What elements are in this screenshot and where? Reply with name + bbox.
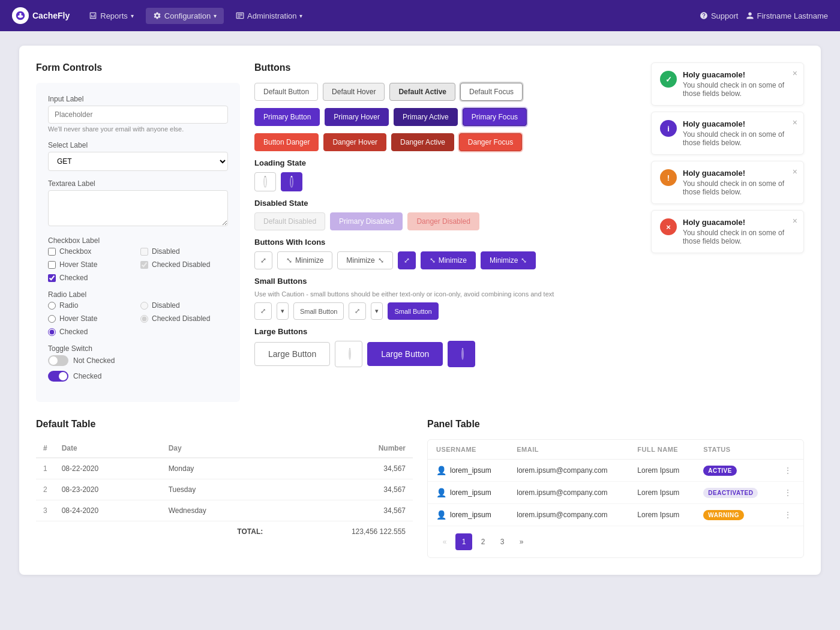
row2-date: 08-23-2020 <box>55 479 161 500</box>
config-label: Configuration <box>164 11 211 20</box>
btn-minimize-default-2[interactable]: Minimize ⤡ <box>337 251 392 269</box>
main-input[interactable] <box>48 106 228 124</box>
user-icon-1: 👤 <box>436 466 446 475</box>
btn-expand-default[interactable]: ⤢ <box>254 251 272 269</box>
radio-hover[interactable] <box>48 315 56 323</box>
panel-table-title: Panel Table <box>427 419 804 430</box>
radio-checked-disabled[interactable] <box>140 315 148 323</box>
btn-disabled-danger[interactable]: Danger Disabled <box>407 212 479 230</box>
minimize-icon-primary-2: ⤡ <box>521 256 527 265</box>
alert-danger-close[interactable]: × <box>793 217 797 225</box>
btn-sm-text[interactable]: Small Button <box>293 302 344 320</box>
btn-lg-loading-default[interactable] <box>335 341 362 367</box>
btn-primary-focus[interactable]: Primary Focus <box>463 108 527 126</box>
toggle-item-on: Checked <box>48 371 228 382</box>
panel-row2-user: 👤 lorem_ipsum <box>428 482 508 504</box>
row3-action-btn[interactable]: ⋮ <box>784 510 792 520</box>
sm-dropdown-icon-2: ▾ <box>375 307 379 315</box>
btn-default-hover[interactable]: Default Hover <box>323 83 385 101</box>
logo-text: CacheFly <box>32 11 70 20</box>
btn-expand-primary[interactable]: ⤢ <box>398 251 416 269</box>
btn-primary[interactable]: Primary Button <box>254 108 320 126</box>
panel-row1-status: ACTIVE <box>695 460 775 482</box>
toggle-group: Toggle Switch Not Checked Checked <box>48 344 228 382</box>
sm-dropdown-icon: ▾ <box>281 307 284 315</box>
checkbox-disabled[interactable] <box>140 248 148 256</box>
btn-danger-hover[interactable]: Danger Hover <box>323 133 386 151</box>
radio-disabled[interactable] <box>140 302 148 310</box>
nav-administration[interactable]: Administration ▾ <box>229 8 310 24</box>
input-label: Input Label <box>48 95 228 103</box>
panel-row1-user: 👤 lorem_ipsum <box>428 460 508 482</box>
toggle-section-label: Toggle Switch <box>48 344 228 353</box>
main-select[interactable]: GET POST PUT DELETE <box>48 152 228 171</box>
btn-default-focus[interactable]: Default Focus <box>460 83 523 101</box>
row2-action-btn[interactable]: ⋮ <box>784 488 792 497</box>
pagination: « 1 2 3 » <box>428 526 803 557</box>
btn-loading-default[interactable] <box>254 172 276 191</box>
btn-danger[interactable]: Button Danger <box>254 133 319 151</box>
alerts-list: ✓ Holy guacamole! You should check in on… <box>651 62 804 253</box>
pagination-page-1[interactable]: 1 <box>455 533 472 550</box>
row1-action-btn[interactable]: ⋮ <box>784 466 792 475</box>
buttons-title: Buttons <box>254 62 637 73</box>
checkbox-checked[interactable] <box>48 274 56 282</box>
btn-loading-primary[interactable] <box>281 172 302 191</box>
btn-danger-focus[interactable]: Danger Focus <box>459 133 522 151</box>
btn-lg-default[interactable]: Large Button <box>254 342 330 366</box>
checkbox-hover[interactable] <box>48 261 56 269</box>
btn-default-active[interactable]: Default Active <box>389 83 455 101</box>
btn-sm-expand[interactable]: ⤢ <box>254 302 272 320</box>
btn-sm-dropdown-2[interactable]: ▾ <box>371 302 383 320</box>
nav-user[interactable]: Firstname Lastname <box>746 11 829 20</box>
nav-reports[interactable]: Reports ▾ <box>82 8 141 24</box>
btn-primary-active[interactable]: Primary Active <box>394 108 458 126</box>
checkbox-1[interactable] <box>48 248 56 256</box>
admin-label: Administration <box>247 11 296 20</box>
btn-lg-primary[interactable]: Large Button <box>367 342 443 366</box>
alert-success-content: Holy guacamole! You should check in on s… <box>683 70 795 98</box>
radio-1[interactable] <box>48 302 56 310</box>
toggle-on[interactable] <box>48 371 68 382</box>
nav-configuration[interactable]: Configuration ▾ <box>146 8 224 24</box>
total-value: 123,456 122.555 <box>270 521 413 542</box>
alert-warning-close[interactable]: × <box>793 167 797 176</box>
btn-lg-loading-primary[interactable] <box>448 341 475 367</box>
username-2: lorem_ipsum <box>450 488 491 497</box>
toggle-off[interactable] <box>48 355 68 366</box>
nav-logo[interactable]: CacheFly <box>12 7 70 24</box>
default-table-title: Default Table <box>36 419 413 430</box>
pagination-prev[interactable]: « <box>436 533 453 550</box>
btn-primary-hover[interactable]: Primary Hover <box>325 108 389 126</box>
textarea-group: Textarea Label <box>48 179 228 228</box>
alert-info-close[interactable]: × <box>793 118 797 127</box>
btn-sm-dropdown[interactable]: ▾ <box>277 302 289 320</box>
row2-num: 2 <box>36 479 55 500</box>
btn-minimize-default[interactable]: ⤡ Minimize <box>277 251 332 269</box>
panel-table-wrapper: USERNAME EMAIL FULL NAME STATUS <box>427 439 804 558</box>
nav-support[interactable]: Support <box>700 11 739 20</box>
checkbox-checked-disabled[interactable] <box>140 261 148 269</box>
danger-btn-row: Button Danger Danger Hover Danger Active… <box>254 133 637 151</box>
btn-minimize-primary[interactable]: ⤡ Minimize <box>421 251 476 269</box>
main-textarea[interactable] <box>48 190 228 226</box>
disabled-btn-row: Default Disabled Primary Disabled Danger… <box>254 212 637 230</box>
pagination-page-3[interactable]: 3 <box>494 533 511 550</box>
btn-sm-primary[interactable]: Small Button <box>388 302 438 320</box>
radio-item-hover: Hover State <box>48 314 136 323</box>
large-btn-row: Large Button Large Button <box>254 341 637 367</box>
radio-item-checked-disabled: Checked Disabled <box>140 314 228 323</box>
pagination-next[interactable]: » <box>513 533 530 550</box>
checkbox-group: Checkbox Label Checkbox Disabled Hover S… <box>48 236 228 282</box>
btn-disabled-primary[interactable]: Primary Disabled <box>330 212 403 230</box>
btn-sm-expand-2[interactable]: ⤢ <box>349 302 366 320</box>
btn-default[interactable]: Default Button <box>254 83 318 101</box>
alert-info-text: You should check in on some of those fie… <box>683 130 795 147</box>
btn-danger-active[interactable]: Danger Active <box>391 133 454 151</box>
btn-disabled-default[interactable]: Default Disabled <box>254 212 325 230</box>
alert-danger: × Holy guacamole! You should check in on… <box>651 210 804 253</box>
pagination-page-2[interactable]: 2 <box>475 533 491 550</box>
alert-success-close[interactable]: × <box>793 69 797 77</box>
radio-checked[interactable] <box>48 328 56 336</box>
btn-minimize-primary-2[interactable]: Minimize ⤡ <box>481 251 536 269</box>
